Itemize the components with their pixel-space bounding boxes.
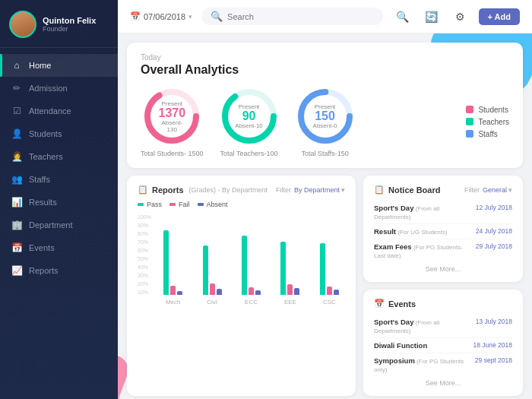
events-title: 📅 Events bbox=[374, 299, 416, 309]
notice-filter[interactable]: Filter General ▾ bbox=[464, 186, 512, 194]
bar-absent-civi bbox=[217, 289, 222, 295]
legend-item-staffs: Staffs bbox=[466, 130, 509, 138]
y-label: 90% bbox=[138, 223, 151, 228]
bar-group-csc bbox=[314, 219, 345, 295]
topbar-icons: 🔍 🔄 ⚙ + Add bbox=[392, 6, 520, 27]
event-item-date: 18 June 2018 bbox=[473, 341, 512, 349]
content-area: Today Overall Analytics Present 1370 Abs… bbox=[118, 33, 532, 399]
report-dot bbox=[169, 203, 176, 206]
notice-see-more[interactable]: See More... bbox=[374, 265, 512, 273]
notice-items-list: Sport's Day (From all Departments)12 Jul… bbox=[374, 201, 512, 262]
donut-svg-students: Present 1370 Absent-130 bbox=[141, 86, 202, 147]
bar-pass-eee bbox=[280, 242, 286, 295]
y-label: 50% bbox=[138, 256, 151, 261]
notice-icon: 📋 bbox=[374, 185, 385, 195]
donut-total-label: Total Students- 1500 bbox=[141, 150, 204, 157]
search-input[interactable] bbox=[227, 12, 373, 21]
event-item-date: 29 sept 2018 bbox=[475, 356, 512, 364]
analytics-legend: StudentsTeachersStaffs bbox=[466, 106, 509, 138]
sidebar-item-teachers[interactable]: 👩‍💼Teachers bbox=[0, 145, 118, 168]
sidebar-item-results[interactable]: 📊Results bbox=[0, 191, 118, 214]
bar-fail-ecc bbox=[249, 287, 254, 295]
nav-icon-teachers: 👩‍💼 bbox=[11, 150, 23, 163]
legend-dot bbox=[466, 130, 473, 138]
nav-icon-events: 📅 bbox=[11, 242, 23, 254]
date-value: 07/06/2018 bbox=[144, 12, 185, 21]
reports-header: 📋 Reports (Grades) - By Department Filte… bbox=[138, 185, 345, 195]
events-items-list: Sport's Day (From all Departments)13 Jul… bbox=[374, 315, 512, 376]
sidebar-item-staffs[interactable]: 👥Staffs bbox=[0, 168, 118, 191]
date-dropdown-icon[interactable]: ▾ bbox=[188, 13, 192, 21]
main-content: 📅 07/06/2018 ▾ 🔍 🔍 🔄 ⚙ + Add Today Overa… bbox=[118, 0, 532, 399]
events-see-more[interactable]: See More... bbox=[374, 379, 512, 387]
bar-dept-label-civi: CivI bbox=[196, 299, 227, 306]
donut-absent-label: Absent-0 bbox=[313, 122, 337, 129]
bar-absent-eee bbox=[294, 288, 299, 295]
sidebar-profile: Quinton Felix Founder bbox=[0, 0, 118, 48]
event-item-text: Diwali Function bbox=[374, 341, 467, 350]
notice-item-date: 24 July 2018 bbox=[476, 227, 512, 235]
nav-label-teachers: Teachers bbox=[29, 152, 63, 161]
sidebar-item-events[interactable]: 📅Events bbox=[0, 236, 118, 259]
bar-group-ecc bbox=[236, 219, 267, 295]
notice-item-sub: (For UG Students) bbox=[396, 229, 448, 236]
notice-item: Sport's Day (From all Departments)12 Jul… bbox=[374, 201, 512, 224]
sidebar-item-reports[interactable]: 📈Reports bbox=[0, 259, 118, 282]
donut-total-label: Total Staffs-150 bbox=[301, 150, 348, 157]
bar-dept-label-ecc: ECC bbox=[236, 299, 267, 306]
refresh-icon-btn[interactable]: 🔄 bbox=[421, 6, 442, 27]
donut-value: 90 bbox=[235, 110, 262, 122]
notice-board-card: 📋 Notice Board Filter General ▾ Sport's … bbox=[363, 176, 523, 282]
donut-staffs: Present 150 Absent-0 Total Staffs-150 bbox=[295, 86, 356, 157]
nav-icon-admission: ✏ bbox=[11, 82, 23, 94]
legend-dot bbox=[466, 118, 473, 125]
bar-pass-csc bbox=[320, 243, 325, 295]
reports-title: 📋 Reports (Grades) - By Department bbox=[138, 185, 268, 195]
sidebar-item-attendance[interactable]: ☑Attendance bbox=[0, 100, 118, 122]
sidebar-item-department[interactable]: 🏢Department bbox=[0, 214, 118, 236]
nav-icon-students: 👤 bbox=[11, 128, 23, 140]
events-icon: 📅 bbox=[374, 299, 385, 309]
bar-fail-mech bbox=[170, 286, 176, 295]
legend-item-students: Students bbox=[466, 106, 509, 114]
nav-label-staffs: Staffs bbox=[29, 175, 50, 184]
report-legend-fail: Fail bbox=[169, 201, 190, 208]
y-label: 30% bbox=[138, 273, 151, 278]
add-button[interactable]: + Add bbox=[479, 8, 520, 25]
sidebar-item-home[interactable]: ⌂Home bbox=[0, 54, 118, 77]
bar-dept-label-csc: CSC bbox=[314, 299, 345, 306]
sidebar-item-students[interactable]: 👤Students bbox=[0, 122, 118, 145]
sidebar-item-admission[interactable]: ✏Admission bbox=[0, 77, 118, 100]
nav-icon-department: 🏢 bbox=[11, 219, 23, 231]
settings-icon-btn[interactable]: ⚙ bbox=[450, 6, 471, 27]
nav-icon-results: 📊 bbox=[11, 196, 23, 208]
topbar-date: 📅 07/06/2018 ▾ bbox=[130, 11, 192, 21]
donut-total-label: Total Teachers-100 bbox=[220, 150, 278, 157]
bar-fail-eee bbox=[287, 284, 293, 295]
donut-value: 1370 bbox=[157, 107, 187, 119]
notice-item-date: 12 July 2018 bbox=[476, 204, 512, 211]
search-icon-btn[interactable]: 🔍 bbox=[392, 6, 413, 27]
reports-filter[interactable]: Filter By Department ▾ bbox=[276, 186, 345, 194]
topbar-search-box[interactable]: 🔍 bbox=[201, 8, 382, 25]
reports-legend: PassFailAbsent bbox=[138, 201, 345, 208]
legend-label: Teachers bbox=[478, 118, 509, 126]
nav-label-admission: Admission bbox=[29, 84, 68, 93]
report-dot bbox=[198, 203, 204, 206]
bar-fail-civi bbox=[210, 283, 215, 295]
nav-label-home: Home bbox=[29, 61, 51, 70]
topbar: 📅 07/06/2018 ▾ 🔍 🔍 🔄 ⚙ + Add bbox=[118, 0, 532, 33]
event-item-date: 13 July 2018 bbox=[476, 318, 512, 325]
bar-group-eee bbox=[274, 219, 306, 295]
nav-icon-home: ⌂ bbox=[11, 59, 23, 71]
avatar bbox=[9, 11, 36, 38]
report-legend-absent: Absent bbox=[198, 201, 228, 208]
nav-icon-reports: 📈 bbox=[11, 264, 23, 277]
reports-card: 📋 Reports (Grades) - By Department Filte… bbox=[127, 176, 356, 396]
bar-pass-civi bbox=[203, 245, 208, 295]
bar-dept-label-mech: Mech bbox=[157, 299, 188, 306]
notice-filter-icon: ▾ bbox=[508, 186, 512, 194]
legend-label: Staffs bbox=[478, 130, 497, 138]
nav-label-department: Department bbox=[29, 220, 72, 230]
bar-absent-csc bbox=[334, 290, 339, 295]
